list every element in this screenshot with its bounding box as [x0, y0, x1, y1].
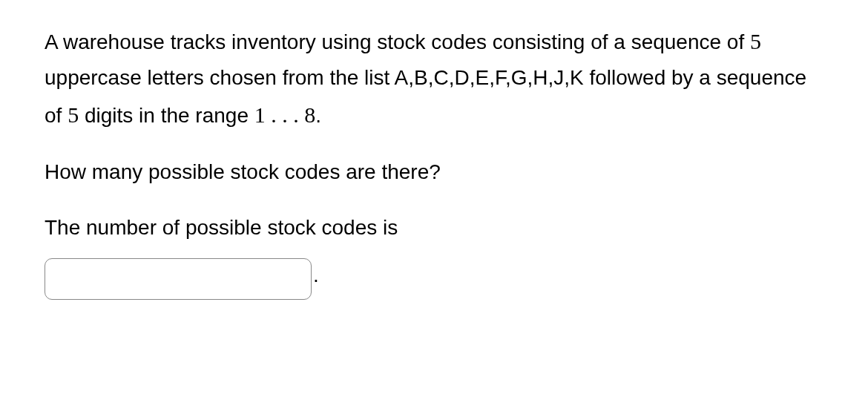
range-start: 1 — [254, 102, 266, 127]
answer-section: The number of possible stock codes is — [45, 210, 823, 252]
number-letters: 5 — [750, 29, 761, 53]
answer-input-row: . — [45, 257, 823, 301]
answer-input[interactable] — [45, 258, 312, 300]
paragraph-text-a: A warehouse tracks inventory using stock… — [45, 30, 750, 53]
paragraph-text-d: . — [315, 104, 321, 127]
paragraph-text-c: digits in the range — [79, 104, 254, 127]
number-digits: 5 — [68, 102, 79, 127]
range-end: 8 — [304, 102, 315, 127]
answer-period: . — [313, 257, 319, 293]
answer-label: The number of possible stock codes is — [45, 210, 398, 246]
range-dots: . . . — [266, 102, 305, 127]
question-text: How many possible stock codes are there? — [45, 154, 823, 190]
problem-paragraph: A warehouse tracks inventory using stock… — [45, 22, 823, 134]
